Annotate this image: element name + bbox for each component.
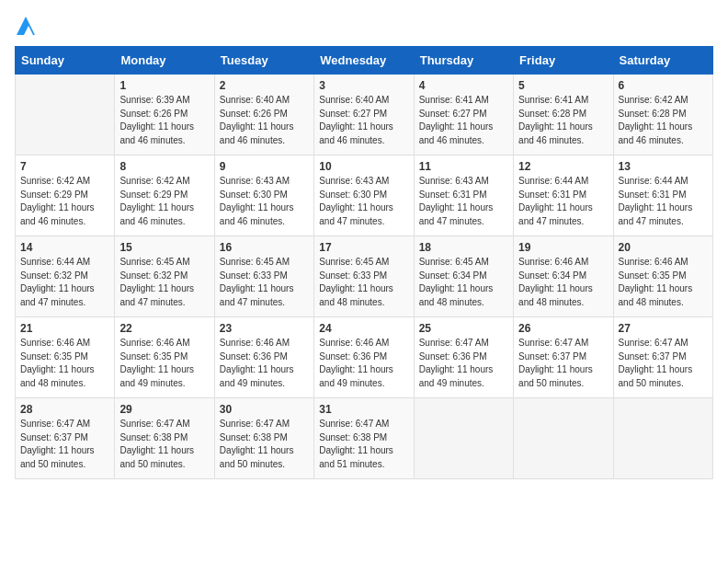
cell-info: Sunrise: 6:44 AMSunset: 6:31 PMDaylight:… (619, 176, 693, 226)
calendar-cell: 14Sunrise: 6:44 AMSunset: 6:32 PMDayligh… (16, 236, 115, 317)
calendar-cell: 29Sunrise: 6:47 AMSunset: 6:38 PMDayligh… (115, 398, 214, 479)
day-number: 17 (319, 241, 408, 254)
logo (15, 15, 35, 35)
calendar-cell: 25Sunrise: 6:47 AMSunset: 6:36 PMDayligh… (414, 317, 513, 398)
calendar-cell (514, 398, 613, 479)
cell-info: Sunrise: 6:47 AMSunset: 6:36 PMDaylight:… (419, 338, 494, 388)
day-number: 4 (419, 79, 508, 92)
cell-info: Sunrise: 6:47 AMSunset: 6:37 PMDaylight:… (518, 338, 593, 388)
calendar-cell: 28Sunrise: 6:47 AMSunset: 6:37 PMDayligh… (16, 398, 115, 479)
cell-info: Sunrise: 6:46 AMSunset: 6:34 PMDaylight:… (518, 257, 593, 307)
cell-info: Sunrise: 6:46 AMSunset: 6:35 PMDaylight:… (20, 338, 95, 388)
cell-info: Sunrise: 6:45 AMSunset: 6:32 PMDaylight:… (119, 257, 194, 307)
day-number: 12 (518, 160, 608, 173)
cell-info: Sunrise: 6:46 AMSunset: 6:36 PMDaylight:… (319, 338, 393, 388)
day-number: 15 (119, 241, 209, 254)
calendar-cell: 26Sunrise: 6:47 AMSunset: 6:37 PMDayligh… (514, 317, 613, 398)
calendar-cell (414, 398, 513, 479)
calendar-cell: 7Sunrise: 6:42 AMSunset: 6:29 PMDaylight… (16, 155, 115, 236)
calendar-cell: 6Sunrise: 6:42 AMSunset: 6:28 PMDaylight… (613, 75, 712, 155)
header-wednesday: Wednesday (314, 47, 414, 75)
header-saturday: Saturday (613, 47, 712, 75)
day-number: 23 (220, 322, 309, 335)
cell-info: Sunrise: 6:46 AMSunset: 6:36 PMDaylight:… (220, 338, 294, 388)
cell-info: Sunrise: 6:40 AMSunset: 6:26 PMDaylight:… (220, 95, 294, 145)
day-number: 30 (220, 403, 309, 416)
calendar-cell: 21Sunrise: 6:46 AMSunset: 6:35 PMDayligh… (16, 317, 115, 398)
header-friday: Friday (514, 47, 613, 75)
calendar-cell: 20Sunrise: 6:46 AMSunset: 6:35 PMDayligh… (613, 236, 712, 317)
calendar-week-5: 28Sunrise: 6:47 AMSunset: 6:37 PMDayligh… (16, 398, 713, 479)
calendar-cell: 22Sunrise: 6:46 AMSunset: 6:35 PMDayligh… (115, 317, 214, 398)
logo-triangle-icon (17, 15, 35, 35)
day-number: 27 (619, 322, 708, 335)
cell-info: Sunrise: 6:43 AMSunset: 6:30 PMDaylight:… (220, 176, 294, 226)
day-number: 19 (518, 241, 608, 254)
calendar-week-3: 14Sunrise: 6:44 AMSunset: 6:32 PMDayligh… (16, 236, 713, 317)
day-number: 2 (220, 79, 309, 92)
day-number: 8 (119, 160, 209, 173)
header-sunday: Sunday (16, 47, 115, 75)
day-number: 9 (220, 160, 309, 173)
calendar-cell: 23Sunrise: 6:46 AMSunset: 6:36 PMDayligh… (214, 317, 313, 398)
cell-info: Sunrise: 6:47 AMSunset: 6:38 PMDaylight:… (319, 419, 393, 469)
day-number: 10 (319, 160, 408, 173)
calendar-cell: 1Sunrise: 6:39 AMSunset: 6:26 PMDaylight… (115, 75, 214, 155)
cell-info: Sunrise: 6:43 AMSunset: 6:31 PMDaylight:… (419, 176, 494, 226)
cell-info: Sunrise: 6:47 AMSunset: 6:38 PMDaylight:… (119, 419, 194, 469)
calendar-cell: 27Sunrise: 6:47 AMSunset: 6:37 PMDayligh… (613, 317, 712, 398)
calendar-cell: 3Sunrise: 6:40 AMSunset: 6:27 PMDaylight… (314, 75, 414, 155)
day-number: 6 (619, 79, 708, 92)
calendar-cell: 8Sunrise: 6:42 AMSunset: 6:29 PMDaylight… (115, 155, 214, 236)
calendar-cell: 11Sunrise: 6:43 AMSunset: 6:31 PMDayligh… (414, 155, 513, 236)
day-number: 29 (119, 403, 209, 416)
calendar-cell: 19Sunrise: 6:46 AMSunset: 6:34 PMDayligh… (514, 236, 613, 317)
header-thursday: Thursday (414, 47, 513, 75)
day-number: 11 (419, 160, 508, 173)
cell-info: Sunrise: 6:45 AMSunset: 6:33 PMDaylight:… (220, 257, 294, 307)
cell-info: Sunrise: 6:44 AMSunset: 6:32 PMDaylight:… (20, 257, 95, 307)
cell-info: Sunrise: 6:45 AMSunset: 6:34 PMDaylight:… (419, 257, 494, 307)
calendar-cell: 9Sunrise: 6:43 AMSunset: 6:30 PMDaylight… (214, 155, 313, 236)
cell-info: Sunrise: 6:45 AMSunset: 6:33 PMDaylight:… (319, 257, 393, 307)
page-header (15, 15, 713, 35)
day-number: 13 (619, 160, 708, 173)
day-number: 14 (20, 241, 109, 254)
logo-block (15, 15, 35, 35)
cell-info: Sunrise: 6:43 AMSunset: 6:30 PMDaylight:… (319, 176, 393, 226)
day-number: 31 (319, 403, 408, 416)
calendar-cell: 2Sunrise: 6:40 AMSunset: 6:26 PMDaylight… (214, 75, 313, 155)
calendar-cell (613, 398, 712, 479)
calendar-week-1: 1Sunrise: 6:39 AMSunset: 6:26 PMDaylight… (16, 75, 713, 155)
header-tuesday: Tuesday (214, 47, 313, 75)
calendar-cell: 16Sunrise: 6:45 AMSunset: 6:33 PMDayligh… (214, 236, 313, 317)
calendar-cell: 24Sunrise: 6:46 AMSunset: 6:36 PMDayligh… (314, 317, 414, 398)
day-number: 3 (319, 79, 408, 92)
day-number: 1 (119, 79, 209, 92)
cell-info: Sunrise: 6:46 AMSunset: 6:35 PMDaylight:… (619, 257, 693, 307)
header-monday: Monday (115, 47, 214, 75)
day-number: 16 (220, 241, 309, 254)
day-number: 25 (419, 322, 508, 335)
day-number: 28 (20, 403, 109, 416)
cell-info: Sunrise: 6:47 AMSunset: 6:37 PMDaylight:… (20, 419, 95, 469)
cell-info: Sunrise: 6:41 AMSunset: 6:28 PMDaylight:… (518, 95, 593, 145)
cell-info: Sunrise: 6:47 AMSunset: 6:37 PMDaylight:… (619, 338, 693, 388)
cell-info: Sunrise: 6:39 AMSunset: 6:26 PMDaylight:… (119, 95, 194, 145)
calendar-week-2: 7Sunrise: 6:42 AMSunset: 6:29 PMDaylight… (16, 155, 713, 236)
calendar-cell: 10Sunrise: 6:43 AMSunset: 6:30 PMDayligh… (314, 155, 414, 236)
day-number: 26 (518, 322, 608, 335)
calendar-header-row: SundayMondayTuesdayWednesdayThursdayFrid… (16, 47, 713, 75)
cell-info: Sunrise: 6:41 AMSunset: 6:27 PMDaylight:… (419, 95, 494, 145)
cell-info: Sunrise: 6:42 AMSunset: 6:28 PMDaylight:… (619, 95, 693, 145)
calendar-cell: 5Sunrise: 6:41 AMSunset: 6:28 PMDaylight… (514, 75, 613, 155)
cell-info: Sunrise: 6:47 AMSunset: 6:38 PMDaylight:… (220, 419, 294, 469)
day-number: 21 (20, 322, 109, 335)
calendar-week-4: 21Sunrise: 6:46 AMSunset: 6:35 PMDayligh… (16, 317, 713, 398)
calendar-cell: 12Sunrise: 6:44 AMSunset: 6:31 PMDayligh… (514, 155, 613, 236)
cell-info: Sunrise: 6:42 AMSunset: 6:29 PMDaylight:… (20, 176, 95, 226)
cell-info: Sunrise: 6:46 AMSunset: 6:35 PMDaylight:… (119, 338, 194, 388)
calendar-cell: 15Sunrise: 6:45 AMSunset: 6:32 PMDayligh… (115, 236, 214, 317)
calendar-cell: 31Sunrise: 6:47 AMSunset: 6:38 PMDayligh… (314, 398, 414, 479)
calendar-cell: 30Sunrise: 6:47 AMSunset: 6:38 PMDayligh… (214, 398, 313, 479)
